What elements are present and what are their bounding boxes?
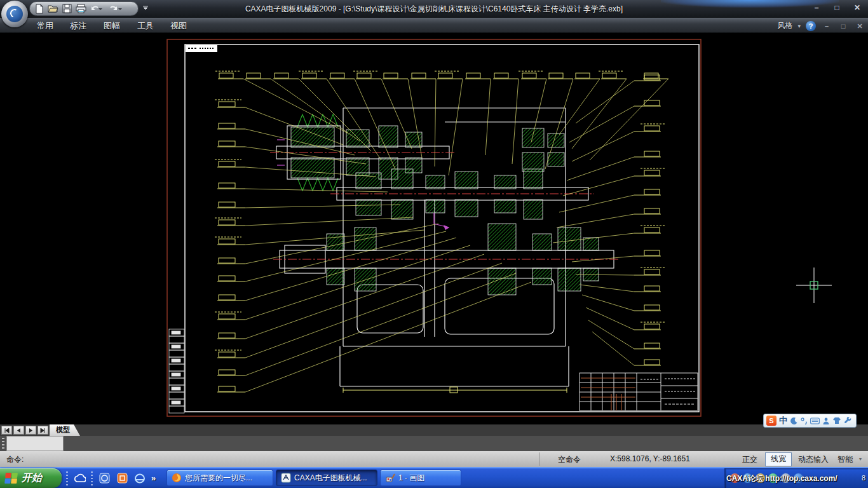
quick-launch-bar: » [66, 468, 156, 488]
ie-icon[interactable] [133, 472, 146, 485]
app-logo-button[interactable] [1, 1, 28, 27]
command-window-grip[interactable] [2, 438, 4, 449]
title-bar: CAXA电子图板机械版2009 - [G:\Study\课程设计\金属切削机床课… [0, 0, 868, 18]
prev-sheet-button[interactable] [13, 426, 24, 435]
status-command-mode: 空命令 [558, 454, 581, 465]
status-coordinates: X:598.1076, Y:-89.1651 [610, 454, 690, 463]
menu-changyong[interactable]: 常用 [33, 18, 57, 33]
system-tray: CAXA论坛 http://top.caxa.com/ 8 [724, 468, 868, 488]
minimize-button[interactable]: – [810, 3, 824, 13]
task-label: 1 - 画图 [398, 473, 424, 484]
command-prompt[interactable]: 命令: [6, 454, 24, 465]
toggle-smart-snap[interactable]: 智能 [837, 454, 853, 465]
skin-icon[interactable] [832, 417, 841, 424]
orange-app-icon[interactable] [116, 472, 128, 485]
sheet-tab-strip: 模型 [0, 424, 868, 436]
next-sheet-button[interactable] [25, 426, 36, 435]
menu-biaozhu[interactable]: 标注 [66, 18, 90, 33]
gear-sections [291, 126, 599, 295]
cloud-icon[interactable] [73, 472, 86, 485]
doc-minimize-button[interactable]: – [821, 22, 832, 30]
moon-icon[interactable] [790, 417, 798, 425]
drawing-canvas[interactable] [0, 33, 868, 424]
ime-language-toggle[interactable]: 中 [779, 416, 787, 426]
tray-marquee-text: CAXA论坛 http://top.caxa.com/ [726, 473, 862, 484]
new-file-icon[interactable] [35, 4, 44, 14]
firefox-icon [172, 473, 182, 483]
toggle-dynamic-input[interactable]: 动态输入 [798, 454, 829, 465]
paint-icon [385, 473, 395, 483]
toolbar-options-icon[interactable] [142, 5, 149, 10]
task-label: CAXA电子图板机械... [294, 473, 367, 484]
drawing-frame [167, 39, 701, 416]
status-bar: 命令: 空命令 X:598.1076, Y:-89.1651 正交 线宽 动态输… [0, 451, 868, 467]
ime-brand-icon[interactable]: S [766, 416, 776, 426]
caxa-icon [281, 473, 291, 483]
person-icon[interactable] [822, 417, 830, 425]
windows-taskbar: 开始 » 您所需要的一切尽... CAXA电子图板机械... 1 - 画图 [0, 467, 868, 488]
print-icon[interactable] [76, 4, 86, 13]
maximize-button[interactable]: □ [830, 3, 844, 13]
task-label: 您所需要的一切尽... [185, 473, 252, 484]
task-caxa[interactable]: CAXA电子图板机械... [276, 470, 377, 486]
ime-toolbar: S 中 [763, 414, 857, 428]
open-file-icon[interactable] [48, 4, 58, 13]
last-sheet-button[interactable] [37, 426, 48, 435]
menu-gongju[interactable]: 工具 [133, 18, 158, 33]
start-label: 开始 [22, 471, 42, 485]
doc-close-button[interactable]: ✕ [854, 22, 865, 30]
smart-snap-chevron-icon[interactable]: ▾ [859, 456, 862, 462]
help-icon[interactable]: ? [806, 21, 816, 31]
windows-flag-icon [4, 473, 18, 484]
keyboard-icon[interactable] [810, 417, 820, 424]
style-menu[interactable]: 风格 [777, 20, 792, 31]
dimension-line [343, 387, 567, 393]
tray-clock: 8 [862, 474, 865, 482]
title-block [580, 373, 698, 410]
quicklaunch-grip2[interactable] [91, 471, 93, 485]
toggle-ortho[interactable]: 正交 [742, 454, 757, 465]
menu-tufu[interactable]: 图幅 [100, 18, 124, 33]
cad-drawing [0, 33, 868, 424]
menu-shitu[interactable]: 视图 [166, 18, 191, 33]
part-leaders [215, 71, 668, 392]
overflow-chevron-icon[interactable]: » [151, 473, 156, 483]
quicklaunch-grip[interactable] [66, 471, 68, 485]
crosshair-cursor [796, 268, 832, 303]
redo-icon[interactable] [108, 4, 122, 13]
tab-model[interactable]: 模型 [50, 424, 80, 436]
browser-icon[interactable] [98, 472, 111, 485]
command-history-area[interactable] [0, 436, 868, 451]
start-button[interactable]: 开始 [0, 468, 62, 488]
save-icon[interactable] [62, 4, 72, 13]
first-sheet-button[interactable] [1, 426, 12, 435]
undo-icon[interactable] [90, 4, 104, 13]
command-window-panel[interactable] [6, 436, 64, 451]
quick-access-toolbar [29, 1, 139, 16]
status-divider [539, 452, 539, 466]
style-chevron-icon[interactable]: ▾ [797, 23, 801, 29]
shaft-bodies [276, 126, 614, 273]
task-firefox[interactable]: 您所需要的一切尽... [166, 470, 273, 486]
punctuation-icon[interactable] [801, 417, 808, 425]
close-button[interactable]: ✕ [850, 3, 864, 13]
bom-strip [169, 329, 184, 413]
wrench-icon[interactable] [844, 417, 852, 425]
task-paint[interactable]: 1 - 画图 [380, 470, 461, 486]
menu-bar: 常用 标注 图幅 工具 视图 风格 ▾ ? – □ ✕ [0, 18, 868, 33]
toggle-linewidth[interactable]: 线宽 [765, 452, 792, 466]
doc-restore-button[interactable]: □ [837, 22, 849, 30]
